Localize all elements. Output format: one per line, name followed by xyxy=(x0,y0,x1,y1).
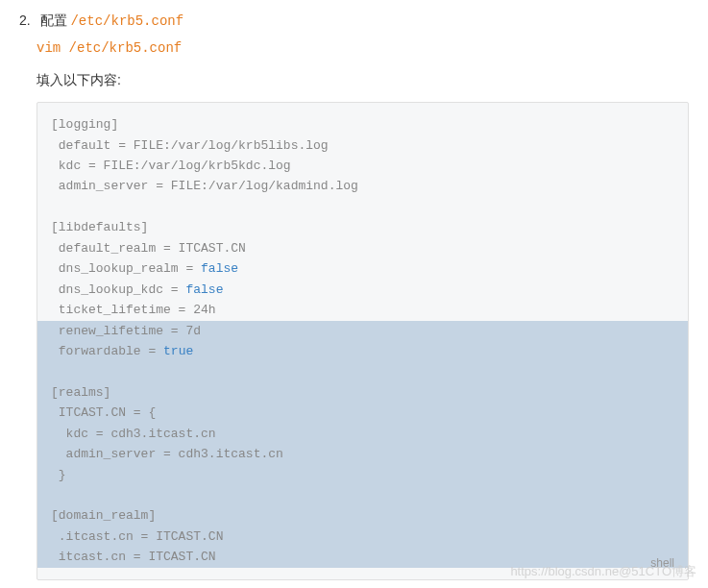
realms-admin: admin_server = cdh3.itcast.cn xyxy=(51,447,283,461)
watermark: https://blog.csdn.ne@51CTO博客 xyxy=(510,562,696,582)
logging-header: [logging] xyxy=(51,117,118,132)
code-block: [logging] default = FILE:/var/log/krb5li… xyxy=(37,102,689,580)
logging-default: default = FILE:/var/log/krb5libs.log xyxy=(51,138,329,153)
libdefaults-header: [libdefaults] xyxy=(51,220,148,234)
libdefaults-ticket: ticket_lifetime = 24h xyxy=(51,303,216,317)
domain-dot: .itcast.cn = ITCAST.CN xyxy=(51,529,223,544)
realms-open: ITCAST.CN = { xyxy=(51,405,156,420)
realms-kdc: kdc = cdh3.itcast.cn xyxy=(51,427,216,441)
logging-kdc: kdc = FILE:/var/log/krb5kdc.log xyxy=(51,159,291,173)
true-keyword: true xyxy=(163,344,193,358)
libdefaults-dns-realm: dns_lookup_realm = false xyxy=(51,261,238,276)
false-keyword: false xyxy=(185,282,223,297)
domain-realm-header: [domain_realm] xyxy=(51,508,156,523)
fill-instruction: 填入以下内容: xyxy=(37,69,689,90)
command-line: vim /etc/krb5.conf xyxy=(37,37,689,59)
libdefaults-renew: renew_lifetime = 7d xyxy=(51,324,201,338)
libdefaults-realm: default_realm = ITCAST.CN xyxy=(51,241,246,256)
code-content[interactable]: [logging] default = FILE:/var/log/krb5li… xyxy=(37,103,688,579)
step-number: 2. xyxy=(19,10,31,31)
realms-close: } xyxy=(51,468,66,482)
libdefaults-dns-kdc: dns_lookup_kdc = false xyxy=(51,282,223,297)
highlighted-selection: renew_lifetime = 7d forwardable = true [… xyxy=(37,321,688,568)
step-line: 2. 配置 /etc/krb5.conf xyxy=(19,10,689,32)
domain-plain: itcast.cn = ITCAST.CN xyxy=(51,550,216,564)
realms-header: [realms] xyxy=(51,385,110,400)
config-path: /etc/krb5.conf xyxy=(70,13,183,29)
libdefaults-forward: forwardable = true xyxy=(51,344,193,358)
step-label: 配置 xyxy=(40,12,67,28)
logging-admin: admin_server = FILE:/var/log/kadmind.log xyxy=(51,179,358,193)
false-keyword: false xyxy=(201,261,238,276)
